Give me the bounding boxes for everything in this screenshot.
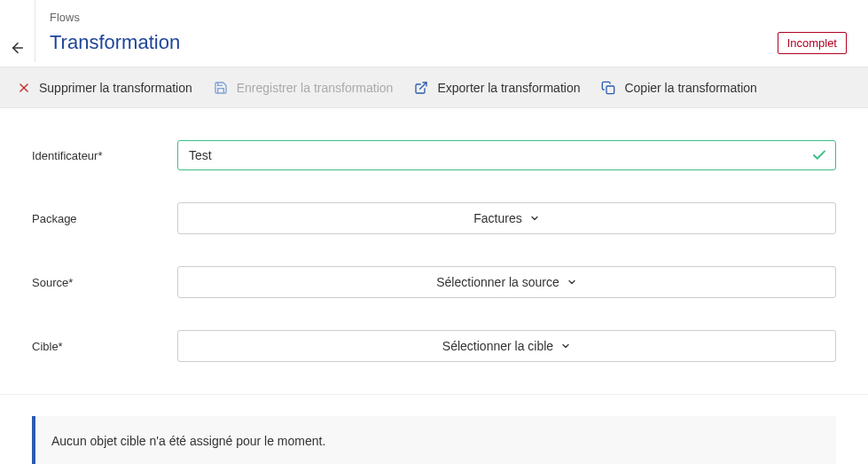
identifier-label: Identificateur* <box>32 149 177 162</box>
check-icon <box>811 147 827 163</box>
toolbar-label: Exporter la transformation <box>437 81 580 95</box>
toolbar-label: Enregistrer la transformation <box>237 81 394 95</box>
svg-rect-4 <box>606 86 614 94</box>
export-transformation-button[interactable]: Exporter la transformation <box>414 81 580 95</box>
target-label: Cible* <box>32 340 177 353</box>
form-section: Identificateur* Package Factures Source*… <box>0 108 868 395</box>
identifier-input[interactable] <box>177 140 836 170</box>
package-label: Package <box>32 212 177 225</box>
source-select[interactable]: Sélectionner la source <box>177 266 836 298</box>
target-select[interactable]: Sélectionner la cible <box>177 330 836 362</box>
export-icon <box>414 81 428 95</box>
status-badge: Incomplet <box>778 32 847 54</box>
chevron-down-icon <box>560 341 571 351</box>
chevron-down-icon <box>529 213 540 224</box>
chevron-down-icon <box>567 277 577 287</box>
toolbar-label: Supprimer la transformation <box>39 81 192 95</box>
breadcrumb[interactable]: Flows <box>50 11 854 24</box>
close-icon <box>18 82 30 94</box>
select-value: Factures <box>473 211 521 225</box>
copy-icon <box>601 81 615 95</box>
select-placeholder: Sélectionner la source <box>436 275 559 289</box>
back-button[interactable] <box>10 40 26 56</box>
info-message: Aucun objet cible n'a été assigné pour l… <box>32 416 836 464</box>
toolbar: Supprimer la transformation Enregistrer … <box>0 67 868 108</box>
select-placeholder: Sélectionner la cible <box>442 339 553 353</box>
copy-transformation-button[interactable]: Copier la transformation <box>601 81 756 95</box>
package-select[interactable]: Factures <box>177 202 836 234</box>
info-text: Aucun objet cible n'a été assigné pour l… <box>51 434 325 448</box>
toolbar-label: Copier la transformation <box>624 81 756 95</box>
svg-line-3 <box>420 83 426 89</box>
page-title: Transformation <box>50 31 180 54</box>
save-icon <box>214 81 228 95</box>
arrow-left-icon <box>10 40 26 56</box>
save-transformation-button: Enregistrer la transformation <box>214 81 394 95</box>
delete-transformation-button[interactable]: Supprimer la transformation <box>18 81 192 95</box>
source-label: Source* <box>32 276 177 289</box>
